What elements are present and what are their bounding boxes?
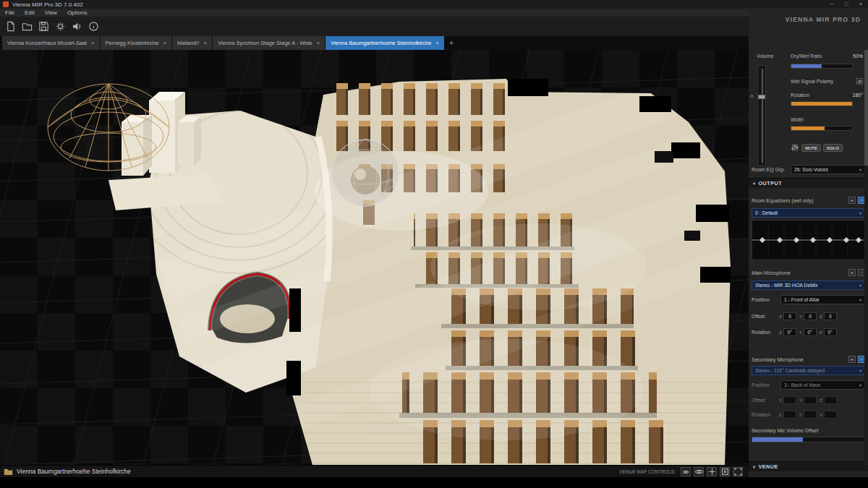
settings-button[interactable] bbox=[54, 20, 67, 33]
top-view-icon bbox=[721, 468, 729, 476]
secondary-offset-z-input[interactable] bbox=[824, 396, 837, 404]
tab-close-icon[interactable]: × bbox=[204, 40, 208, 46]
main-offset-label: Offset bbox=[752, 314, 776, 319]
mute-button[interactable]: MUTE bbox=[801, 144, 821, 152]
menu-options[interactable]: Options bbox=[62, 9, 93, 16]
chevron-down-icon: ▾ bbox=[857, 167, 861, 172]
secondary-rotation-x-input[interactable] bbox=[824, 411, 837, 419]
venue-3d-viewport[interactable] bbox=[0, 50, 749, 465]
secondary-rotation-z-input[interactable] bbox=[783, 411, 796, 419]
tab-label: Vienna Konzerthaus Mozart-Saal bbox=[7, 40, 87, 46]
chevron-down-icon: ▾ bbox=[857, 297, 861, 302]
main-microphone-handle[interactable] bbox=[332, 140, 399, 206]
tab-label: Vienna Synchron Stage Stage A - Wide bbox=[218, 40, 312, 46]
eq-edit-button[interactable]: e bbox=[848, 197, 856, 204]
tab-close-icon[interactable]: × bbox=[435, 40, 439, 46]
menu-view[interactable]: View bbox=[40, 9, 62, 16]
menu-edit[interactable]: Edit bbox=[20, 9, 40, 16]
room-eq-grp-dropdown[interactable]: 26: Solo Voices ▾ bbox=[791, 165, 865, 174]
view-3d-button[interactable]: 3D bbox=[681, 467, 691, 476]
volume-label: Volume bbox=[757, 53, 773, 59]
venue-section-header[interactable]: ▾ VENUE bbox=[749, 461, 868, 471]
output-section-title: OUTPUT bbox=[759, 180, 783, 187]
secondary-rotation-y-input[interactable] bbox=[804, 411, 817, 419]
window-close-button[interactable]: × bbox=[854, 0, 868, 9]
main-rotation-x-input[interactable]: 0° bbox=[824, 328, 837, 336]
main-mic-type-dropdown[interactable]: Stereo - MIR 3D HOA DeMix ▾ bbox=[752, 281, 865, 290]
main-mic-label: Main Microphone bbox=[752, 270, 791, 275]
secondary-mic-type-dropdown[interactable]: Stereo - 115° Cardioids delayed ▾ bbox=[752, 366, 865, 375]
main-offset-x-input[interactable]: 0 bbox=[783, 312, 796, 320]
room-eq-grp-value: 26: Solo Voices bbox=[794, 167, 828, 172]
output-section-header[interactable]: ▾ OUTPUT bbox=[749, 178, 868, 188]
main-rotation-y-input[interactable]: 0° bbox=[804, 328, 817, 336]
fader-handle[interactable] bbox=[758, 95, 765, 99]
eq-curve-editor[interactable] bbox=[752, 220, 865, 260]
axis-label: Y bbox=[799, 330, 802, 335]
rotation-label: Rotation bbox=[791, 93, 809, 98]
venue-folder-icon[interactable] bbox=[4, 468, 13, 476]
width-slider[interactable] bbox=[791, 126, 853, 131]
secondary-offset-y-input[interactable] bbox=[804, 396, 817, 404]
main-rotation-label: Rotation bbox=[752, 330, 776, 335]
volume-fader[interactable] bbox=[757, 65, 766, 166]
polarity-toggle-button[interactable]: Ø bbox=[856, 78, 863, 85]
tab-label: Vienna Baumgartnerhoehe Steinhofkirche bbox=[331, 40, 431, 46]
chevron-down-icon: ▾ bbox=[857, 368, 861, 373]
panel-scrollbar[interactable] bbox=[864, 50, 868, 465]
window-minimize-button[interactable]: ─ bbox=[825, 0, 839, 9]
eq-preset-dropdown[interactable]: 0 : Default ▾ bbox=[752, 208, 865, 218]
fader-track bbox=[762, 69, 763, 163]
new-document-button[interactable] bbox=[4, 20, 17, 33]
frame-view-icon bbox=[734, 468, 742, 476]
pan-icon bbox=[708, 468, 716, 476]
tab-konzerthaus-mozart-saal[interactable]: Vienna Konzerthaus Mozart-Saal × bbox=[2, 36, 101, 50]
audio-setup-button[interactable] bbox=[70, 20, 83, 33]
secondary-rotation-label: Rotation bbox=[752, 412, 776, 417]
top-view-button[interactable] bbox=[720, 467, 730, 476]
window-maximize-button[interactable]: □ bbox=[839, 0, 854, 9]
tab-synchron-stage-a[interactable]: Vienna Synchron Stage Stage A - Wide × bbox=[213, 36, 326, 50]
main-offset-y-input[interactable]: 0 bbox=[804, 312, 817, 320]
chevron-down-icon: ▾ bbox=[857, 283, 861, 288]
rotation-slider[interactable] bbox=[791, 101, 853, 106]
main-offset-z-input[interactable]: 0 bbox=[824, 312, 837, 320]
scrollbar-thumb[interactable] bbox=[864, 50, 868, 166]
secondary-offset-x-input[interactable] bbox=[783, 396, 796, 404]
secondary-mic-position-dropdown[interactable]: 3 - Back of Nave ▾ bbox=[780, 380, 865, 390]
info-button[interactable] bbox=[87, 20, 100, 33]
solo-button[interactable]: SOLO bbox=[823, 144, 843, 152]
axis-label: X bbox=[820, 413, 822, 417]
open-folder-button[interactable] bbox=[20, 20, 33, 33]
tab-close-icon[interactable]: × bbox=[317, 40, 320, 46]
main-mic-edit-button[interactable]: e bbox=[848, 269, 856, 276]
new-tab-button[interactable]: + bbox=[445, 36, 458, 50]
save-button[interactable] bbox=[37, 20, 50, 33]
app-logo-icon bbox=[3, 1, 9, 7]
pan-view-button[interactable] bbox=[707, 467, 717, 476]
main-rotation-z-input[interactable]: 0° bbox=[783, 328, 796, 336]
venue-map-controls: VENUE MAP CONTROLS: 3D bbox=[619, 466, 743, 478]
main-mic-position-dropdown[interactable]: 1 - Front of Altar ▾ bbox=[780, 295, 865, 304]
secondary-mic-volume-slider[interactable] bbox=[752, 437, 865, 442]
main-mic-type-value: Stereo - MIR 3D HOA DeMix bbox=[755, 283, 818, 288]
menu-file[interactable]: File bbox=[0, 9, 20, 16]
axis-label: Y bbox=[799, 398, 802, 403]
channel-control-panel: VIENNA MIR PRO 3D Volume -6 Dry/Wet Rati… bbox=[749, 9, 868, 477]
orbit-view-button[interactable] bbox=[694, 467, 704, 476]
open-folder-icon bbox=[22, 21, 33, 32]
tab-close-icon[interactable]: × bbox=[163, 40, 166, 46]
volume-value: -6 bbox=[749, 94, 753, 98]
tab-pernegg-klosterkirche[interactable]: Pernegg Klosterkirche × bbox=[101, 36, 172, 50]
tab-mailand[interactable]: Mailand? × bbox=[172, 36, 213, 50]
drywet-slider[interactable] bbox=[791, 64, 853, 69]
axis-label: Y bbox=[799, 413, 802, 417]
tab-steinhofkirche-active[interactable]: Vienna Baumgartnerhoehe Steinhofkirche × bbox=[326, 36, 445, 50]
frame-view-button[interactable] bbox=[733, 467, 743, 476]
secondary-mic-edit-button[interactable]: e bbox=[848, 356, 856, 363]
channel-settings-icon[interactable] bbox=[791, 143, 799, 152]
view-3d-icon: 3D bbox=[683, 470, 689, 474]
tab-close-icon[interactable]: × bbox=[91, 40, 95, 46]
section-arrow-icon: ▾ bbox=[753, 464, 756, 469]
venue-tab-bar: Vienna Konzerthaus Mozart-Saal × Pernegg… bbox=[0, 36, 749, 50]
